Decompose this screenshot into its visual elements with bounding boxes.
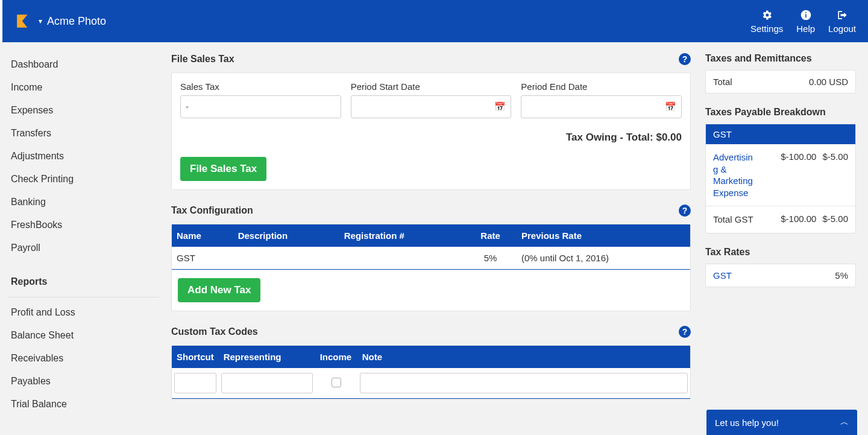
- logout-icon: [836, 9, 848, 21]
- company-selector[interactable]: ▾ Acme Photo: [39, 15, 106, 28]
- nav-transfers[interactable]: Transfers: [11, 122, 163, 145]
- nav-trial-balance[interactable]: Trial Balance: [11, 393, 163, 416]
- gst-header: GST: [706, 124, 855, 144]
- custom-code-row: [172, 368, 690, 399]
- gear-icon: [761, 9, 773, 21]
- logo-icon: [16, 13, 31, 29]
- th-rep: Representing: [219, 346, 315, 368]
- help-icon[interactable]: ?: [679, 326, 691, 338]
- nav-adjustments[interactable]: Adjustments: [11, 145, 163, 168]
- tax-rate-link[interactable]: GST: [713, 270, 732, 281]
- nav-dashboard[interactable]: Dashboard: [11, 53, 163, 76]
- caret-down-icon: ▾: [186, 104, 189, 110]
- th-desc: Description: [233, 224, 339, 247]
- taxes-remittances-title: Taxes and Remittances: [705, 53, 856, 64]
- tax-rate-row: GST 5%: [706, 264, 855, 287]
- calendar-icon: 📅: [494, 101, 506, 112]
- custom-tax-codes-card: Shortcut Representing Income Note: [171, 345, 691, 399]
- file-sales-tax-title: File Sales Tax: [171, 54, 234, 65]
- info-icon: [800, 9, 812, 21]
- note-input[interactable]: [360, 373, 688, 393]
- nav-check-printing[interactable]: Check Printing: [11, 168, 163, 191]
- tax-config-row[interactable]: GST 5% (0% until Oct 1, 2016): [172, 247, 690, 270]
- reports-section-label: Reports: [11, 270, 163, 293]
- file-sales-tax-card: Sales Tax ▾ Period Start Date 📅 Period E…: [171, 72, 691, 190]
- help-button[interactable]: Help: [796, 9, 815, 34]
- tax-config-title: Tax Configuration: [171, 205, 253, 216]
- settings-button[interactable]: Settings: [750, 9, 783, 34]
- breakdown-link[interactable]: Advertising & Marketing Expense: [713, 151, 755, 198]
- sidebar: Dashboard Income Expenses Transfers Adju…: [0, 42, 163, 435]
- nav-income[interactable]: Income: [11, 76, 163, 99]
- breakdown-total-row: Total GST $-100.00 $-5.00: [706, 206, 855, 233]
- total-label: Total: [713, 77, 732, 87]
- file-sales-tax-button[interactable]: File Sales Tax: [180, 157, 266, 181]
- nav-freshbooks[interactable]: FreshBooks: [11, 214, 163, 237]
- nav-balance-sheet[interactable]: Balance Sheet: [11, 324, 163, 347]
- sales-tax-select[interactable]: ▾: [180, 95, 341, 118]
- svg-marker-0: [17, 14, 27, 28]
- nav-profit-loss[interactable]: Profit and Loss: [11, 301, 163, 324]
- th-reg: Registration #: [339, 224, 464, 247]
- help-icon[interactable]: ?: [679, 205, 691, 217]
- tax-config-card: Name Description Registration # Rate Pre…: [171, 224, 691, 311]
- th-shortcut: Shortcut: [172, 346, 219, 368]
- th-note: Note: [357, 346, 690, 368]
- sales-tax-label: Sales Tax: [180, 81, 341, 92]
- nav-expenses[interactable]: Expenses: [11, 99, 163, 122]
- nav-payroll[interactable]: Payroll: [11, 237, 163, 259]
- svg-rect-3: [805, 12, 807, 13]
- th-income: Income: [315, 346, 357, 368]
- nav-payables[interactable]: Payables: [11, 370, 163, 393]
- th-name: Name: [172, 224, 233, 247]
- total-value: 0.00 USD: [809, 77, 848, 87]
- period-end-input[interactable]: 📅: [521, 95, 682, 118]
- custom-tax-codes-title: Custom Tax Codes: [171, 326, 258, 337]
- tax-owing-total: Tax Owing - Total: $0.00: [180, 132, 682, 144]
- help-bar[interactable]: Let us help you! ︿: [706, 410, 857, 435]
- help-icon[interactable]: ?: [679, 53, 691, 65]
- company-name: Acme Photo: [47, 15, 106, 28]
- breakdown-row: Advertising & Marketing Expense $-100.00…: [706, 144, 855, 206]
- payable-breakdown-title: Taxes Payable Breakdown: [705, 107, 856, 118]
- calendar-icon: 📅: [665, 101, 676, 112]
- add-new-tax-button[interactable]: Add New Tax: [178, 278, 260, 302]
- chevron-up-icon: ︿: [840, 417, 849, 428]
- shortcut-input[interactable]: [174, 373, 216, 393]
- sidebar-divider: [8, 297, 159, 297]
- caret-down-icon: ▾: [39, 17, 42, 25]
- th-prev: Previous Rate: [517, 224, 690, 247]
- representing-input[interactable]: [221, 373, 313, 393]
- period-end-label: Period End Date: [521, 81, 682, 92]
- svg-rect-2: [805, 14, 807, 17]
- logout-button[interactable]: Logout: [828, 9, 856, 34]
- nav-receivables[interactable]: Receivables: [11, 347, 163, 370]
- period-start-label: Period Start Date: [351, 81, 512, 92]
- th-rate: Rate: [464, 224, 517, 247]
- period-start-input[interactable]: 📅: [351, 95, 512, 118]
- tax-rates-title: Tax Rates: [705, 247, 856, 258]
- income-checkbox[interactable]: [332, 378, 341, 387]
- nav-banking[interactable]: Banking: [11, 191, 163, 214]
